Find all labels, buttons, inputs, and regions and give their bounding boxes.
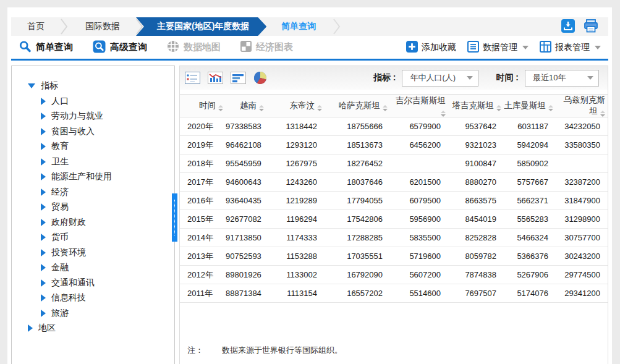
tree-item[interactable]: 卫生 <box>12 154 174 170</box>
tree-root-indicators[interactable]: 指标 <box>12 78 174 94</box>
value-cell: 1113154 <box>266 284 325 303</box>
value-cell: 1293120 <box>266 136 325 154</box>
sort-icon[interactable] <box>259 105 264 111</box>
tree-item[interactable]: 能源生产和使用 <box>12 169 174 185</box>
tree-item[interactable]: 旅游 <box>12 306 174 321</box>
sort-icon[interactable] <box>600 111 605 117</box>
sort-icon[interactable] <box>218 105 223 111</box>
triangle-right-icon <box>41 188 46 196</box>
breadcrumb-international-data[interactable]: 国际数据 <box>69 17 136 36</box>
triangle-right-icon <box>41 294 46 302</box>
value-cell: 5850902 <box>504 154 556 173</box>
tree-item[interactable]: 投资环境 <box>12 245 174 261</box>
tree-item[interactable]: 金融 <box>12 260 174 276</box>
indicator-select[interactable]: 年中人口(人) <box>402 70 478 87</box>
value-cell: 5719600 <box>390 247 448 266</box>
value-cell: 18037646 <box>325 173 390 192</box>
econ-chart-label: 经济图表 <box>256 41 293 53</box>
breadcrumb-simple-query[interactable]: 简单查询 <box>266 17 333 36</box>
panel-splitter-handle[interactable] <box>172 193 177 242</box>
econ-chart-icon <box>240 41 252 54</box>
tree-item[interactable]: 经济 <box>12 185 174 200</box>
sort-icon[interactable] <box>496 105 501 111</box>
download-icon[interactable] <box>561 19 575 33</box>
tree-item-label: 政府财政 <box>51 217 86 228</box>
add-favorite-label: 添加收藏 <box>422 42 456 53</box>
column-header[interactable]: 塔吉克斯坦 <box>448 95 504 117</box>
data-manage-menu[interactable]: 数据管理 <box>467 41 529 54</box>
data-panel: 指标 : 年中人口(人) 时间 : 最近10年 <box>179 66 608 364</box>
value-cell: 1318442 <box>266 117 325 136</box>
pie-view-icon[interactable] <box>253 71 267 85</box>
tree-item[interactable]: 教育 <box>12 139 174 154</box>
table-row: 2017年94600643124326018037646620150088802… <box>180 173 608 192</box>
tree-item[interactable]: 贫困与收入 <box>12 124 174 140</box>
value-cell: 17542806 <box>325 210 390 229</box>
table-row: 2020年97338583131844218755666657990095376… <box>180 117 608 136</box>
value-cell: 5565283 <box>504 210 556 229</box>
print-icon[interactable] <box>584 19 598 33</box>
time-cell: 2018年 <box>180 154 226 173</box>
tree-item[interactable]: 贸易 <box>12 200 174 215</box>
tree-item-label: 教育 <box>51 141 69 152</box>
triangle-right-icon <box>41 203 46 211</box>
table-row: 2016年93640435121928917794055607950086635… <box>180 192 608 210</box>
tree-item-label: 货币 <box>51 232 69 243</box>
tree-item-label: 能源生产和使用 <box>51 171 112 182</box>
triangle-right-icon <box>41 234 46 241</box>
column-header[interactable]: 土库曼斯坦 <box>504 95 556 117</box>
sort-icon[interactable] <box>548 105 553 111</box>
value-cell: 92677082 <box>226 210 266 229</box>
value-cell: 5956900 <box>390 210 448 229</box>
data-manage-label: 数据管理 <box>483 42 517 53</box>
time-select[interactable]: 最近10年 <box>525 70 599 87</box>
tree-item-label: 投资环境 <box>51 247 86 258</box>
tree-item-label: 旅游 <box>51 308 69 319</box>
sort-icon[interactable] <box>317 105 322 111</box>
value-cell: 1133002 <box>266 266 325 284</box>
column-header[interactable]: 乌兹别克斯坦 <box>556 95 608 117</box>
sort-icon[interactable] <box>441 111 446 117</box>
value-cell: 1219289 <box>266 192 325 210</box>
value-cell: 1243260 <box>266 173 325 192</box>
add-favorite-button[interactable]: 添加收藏 <box>406 41 456 54</box>
advanced-query-button[interactable]: 高级查询 <box>93 40 147 55</box>
add-favorite-icon <box>406 41 418 54</box>
tree-item[interactable]: 政府财政 <box>12 215 174 231</box>
table-row: 2012年89801926113300216792090560720078748… <box>180 266 608 284</box>
value-cell: 6579900 <box>390 117 448 136</box>
list-view-icon[interactable] <box>185 72 200 84</box>
breadcrumb-active-annual-data[interactable]: 主要国家(地区)年度数据 <box>136 17 266 36</box>
tree-item[interactable]: 人口 <box>12 94 174 109</box>
value-cell: 17288285 <box>325 229 390 247</box>
value-cell: 30757700 <box>556 229 608 247</box>
tree-root-regions[interactable]: 地区 <box>12 321 174 336</box>
time-cell: 2015年 <box>180 210 226 229</box>
column-header[interactable]: 时间 <box>180 95 226 117</box>
tree-item[interactable]: 交通和通讯 <box>12 276 174 291</box>
value-cell: 89801926 <box>226 266 266 284</box>
value-cell: 29341200 <box>556 284 608 303</box>
note-prefix: 注： <box>187 345 203 356</box>
column-header-label: 东帝汶 <box>290 101 315 110</box>
tree-item[interactable]: 货币 <box>12 230 174 245</box>
value-cell: 17035551 <box>325 247 390 266</box>
tree-item[interactable]: 信息科技 <box>12 290 174 306</box>
simple-query-button[interactable]: 简单查询 <box>19 40 73 55</box>
column-header[interactable]: 吉尔吉斯斯坦 <box>390 95 448 117</box>
chart-view-icon[interactable] <box>208 72 223 84</box>
breadcrumb-home[interactable]: 首页 <box>11 17 61 36</box>
bar-view-icon[interactable] <box>231 72 246 84</box>
chevron-separator-icon <box>333 17 342 36</box>
column-header[interactable]: 哈萨克斯坦 <box>325 95 390 117</box>
value-cell: 5607200 <box>390 266 448 284</box>
value-cell: 18276452 <box>325 154 390 173</box>
data-map-icon <box>167 40 179 54</box>
triangle-right-icon <box>28 324 33 332</box>
tree-item[interactable]: 劳动力与就业 <box>12 109 174 124</box>
column-header[interactable]: 越南 <box>226 95 266 117</box>
table-row: 2015年92677082119629417542806595690084540… <box>180 210 608 229</box>
sort-icon[interactable] <box>383 105 388 111</box>
column-header[interactable]: 东帝汶 <box>266 95 325 117</box>
report-manage-menu[interactable]: 报表管理 <box>540 41 601 54</box>
